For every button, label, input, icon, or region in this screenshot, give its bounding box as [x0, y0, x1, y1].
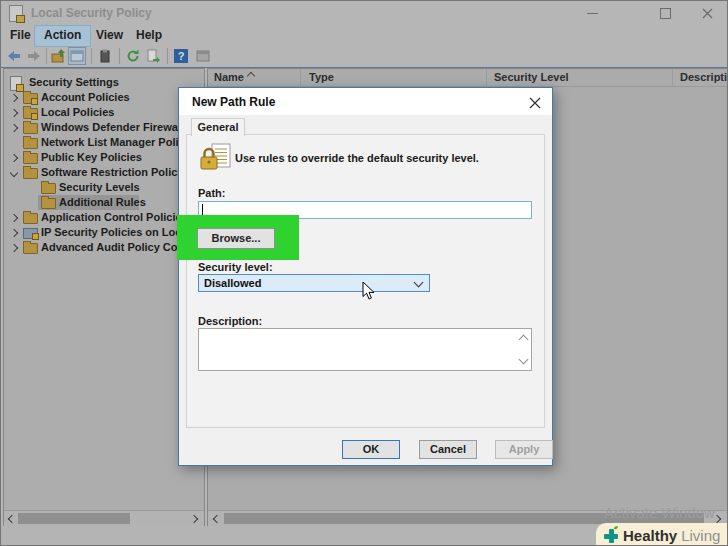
dialog-title: New Path Rule [192, 95, 275, 109]
expand-icon[interactable] [10, 229, 18, 237]
security-level-label: Security level: [198, 261, 273, 273]
menu-view[interactable]: View [87, 25, 132, 45]
tree-item-public-key-policies[interactable]: Public Key Policies [4, 150, 204, 165]
chevron-down-icon [414, 278, 424, 288]
tree-item-label: Software Restriction Policie [41, 165, 186, 180]
folder-icon [23, 123, 38, 134]
new-window-icon[interactable] [195, 48, 211, 64]
close-button[interactable] [691, 1, 725, 25]
help-icon[interactable]: ? [173, 48, 189, 64]
dialog-close-button[interactable] [529, 95, 543, 109]
column-name[interactable]: Name [214, 71, 244, 83]
tree-item-account-policies[interactable]: Account Policies [4, 90, 204, 105]
folder-icon [23, 243, 38, 254]
collapse-icon[interactable] [10, 169, 18, 177]
dialog-description-text: Use rules to override the default securi… [235, 152, 525, 164]
apply-button[interactable]: Apply [495, 440, 553, 459]
dialog-title-bar: New Path Rule [179, 88, 552, 115]
ip-security-icon [23, 228, 38, 239]
column-security-level[interactable]: Security Level [494, 71, 569, 83]
healthy-living-logo: Healthy Living [596, 523, 728, 546]
tree-item-local-policies[interactable]: Local Policies [4, 105, 204, 120]
expand-icon[interactable] [10, 94, 18, 102]
close-icon [702, 8, 713, 19]
title-bar: Local Security Policy [1, 1, 727, 25]
export-list-icon[interactable] [145, 48, 161, 64]
tree-item-network-list-manager[interactable]: Network List Manager Polici [4, 135, 204, 150]
tree-item-software-restriction-policies[interactable]: Software Restriction Policie [4, 165, 204, 180]
scroll-right-icon[interactable] [190, 515, 198, 523]
new-path-rule-dialog: New Path Rule General Use rules to overr… [178, 87, 553, 466]
expand-icon[interactable] [10, 214, 18, 222]
menu-help[interactable]: Help [127, 25, 171, 45]
folder-icon [23, 168, 38, 179]
toolbar-separator [46, 48, 47, 64]
column-separator[interactable] [300, 69, 301, 86]
security-level-value: Disallowed [204, 277, 261, 289]
toolbar-separator [167, 48, 168, 64]
forward-icon[interactable] [26, 48, 42, 64]
tree-item-additional-rules[interactable]: Additional Rules [4, 195, 204, 210]
tab-general[interactable]: General [191, 118, 245, 136]
column-separator[interactable] [486, 69, 487, 86]
folder-icon [23, 138, 38, 149]
refresh-icon[interactable] [125, 48, 141, 64]
scroll-up-icon[interactable] [519, 335, 529, 345]
scroll-left-icon[interactable] [8, 515, 16, 523]
tree-item-security-settings[interactable]: Security Settings [4, 75, 204, 90]
help-glyph: ? [173, 48, 189, 64]
tree-item-application-control-policies[interactable]: Application Control Policie [4, 210, 204, 225]
tree-item-label: Security Levels [59, 180, 140, 195]
expand-icon[interactable] [10, 244, 18, 252]
minimize-icon [587, 13, 598, 14]
tree-item-ip-security-policies[interactable]: IP Security Policies on Loca [4, 225, 204, 240]
cancel-button[interactable]: Cancel [419, 440, 477, 459]
up-one-level-icon[interactable] [51, 48, 67, 64]
column-separator[interactable] [672, 69, 673, 86]
column-type[interactable]: Type [309, 71, 334, 83]
paste-icon[interactable] [97, 48, 113, 64]
tree-item-label: Advanced Audit Policy Con [41, 240, 184, 255]
folder-icon [23, 213, 38, 224]
scrollbar-thumb[interactable] [18, 513, 130, 524]
security-level-dropdown[interactable]: Disallowed [198, 274, 430, 292]
sort-ascending-icon [247, 72, 255, 80]
folder-lock-icon [23, 108, 38, 119]
toolbar-separator [119, 48, 120, 64]
close-icon [529, 97, 541, 109]
tree-item-windows-defender-firewall[interactable]: Windows Defender Firewall [4, 120, 204, 135]
folder-icon [41, 198, 56, 209]
app-icon [9, 5, 23, 22]
maximize-button[interactable] [649, 1, 683, 25]
scroll-left-icon[interactable] [213, 515, 221, 523]
mouse-cursor-icon [362, 281, 376, 305]
scroll-down-icon[interactable] [519, 355, 529, 365]
security-settings-icon [10, 76, 22, 91]
back-icon[interactable] [6, 48, 22, 64]
tree-item-label: Network List Manager Polici [41, 135, 188, 150]
path-rule-lock-icon [198, 143, 234, 179]
tree-item-advanced-audit-policy[interactable]: Advanced Audit Policy Con [4, 240, 204, 255]
tree-item-label: Additional Rules [59, 195, 146, 210]
menu-action[interactable]: Action [34, 25, 91, 47]
minimize-button[interactable] [576, 1, 610, 25]
expand-icon[interactable] [10, 154, 18, 162]
window-title: Local Security Policy [31, 6, 152, 20]
tree-item-security-levels[interactable]: Security Levels [4, 180, 204, 195]
expand-icon[interactable] [10, 109, 18, 117]
path-label: Path: [198, 187, 226, 199]
folder-icon [23, 153, 38, 164]
tree-item-label: Application Control Policie [41, 210, 182, 225]
tree-horizontal-scrollbar[interactable] [4, 510, 204, 526]
ok-button[interactable]: OK [342, 440, 400, 459]
tree-item-label: IP Security Policies on Loca [41, 225, 188, 240]
column-description[interactable]: Description [680, 71, 728, 83]
expand-icon[interactable] [10, 124, 18, 132]
browse-button[interactable]: Browse... [197, 228, 275, 249]
menu-bar: File Action View Help [1, 25, 727, 45]
brand-name-bold: Healthy [623, 527, 677, 544]
description-textarea[interactable] [198, 328, 532, 371]
show-console-tree-icon[interactable] [69, 48, 85, 64]
toolbar-separator [91, 48, 92, 64]
maximize-icon [660, 8, 671, 19]
